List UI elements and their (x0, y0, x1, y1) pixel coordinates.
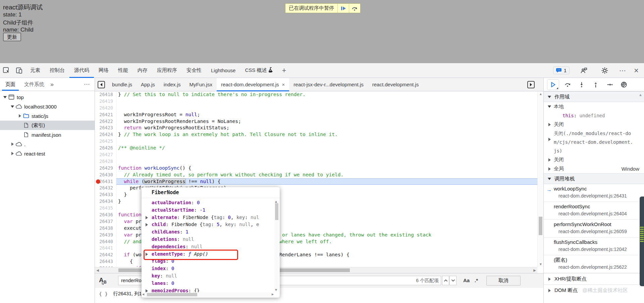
line-number[interactable]: 26432 (95, 185, 116, 191)
step-over-banner-icon[interactable] (349, 4, 360, 13)
chevron-right-icon[interactable] (10, 152, 15, 155)
line-number[interactable]: 26435 (95, 205, 116, 212)
code-line[interactable]: 26423 return workInProgressRootExitStatu… (95, 125, 537, 131)
code-line-current[interactable]: 26431 while (workInProgress !== null) { (95, 178, 537, 185)
deactivate-breakpoints-button[interactable] (618, 80, 630, 90)
expand-icon[interactable] (146, 223, 148, 226)
code-line[interactable]: 26426/** @noinline */ (95, 145, 537, 152)
chevron-down-icon[interactable] (547, 105, 552, 108)
popup-property-actualDuration[interactable]: actualDuration: 0 (142, 199, 271, 207)
code-line[interactable]: 26425 (95, 138, 537, 145)
settings-gear-icon[interactable] (601, 67, 608, 74)
callstack-frame-performSyncWorkOnRoot[interactable]: performSyncWorkOnRootreact-dom.developme… (544, 220, 644, 237)
line-number[interactable]: 26418 (95, 91, 116, 98)
more-options-icon[interactable]: ⋯ (619, 67, 626, 74)
expand-icon[interactable] (146, 216, 148, 219)
line-number[interactable]: 26424 (95, 131, 116, 138)
popup-property-child[interactable]: child: FiberNode {tag: 5, key: null, e (142, 221, 271, 228)
devtools-tab-元素[interactable]: 元素 (25, 63, 45, 78)
toggle-navigator-icon[interactable] (98, 81, 105, 88)
line-number[interactable]: 26442 (95, 252, 116, 258)
popup-property-alternate[interactable]: alternate: FiberNode {tag: 0, key: nul (142, 214, 271, 221)
tree-item-.[interactable]: . (0, 139, 95, 149)
line-number[interactable]: 26419 (95, 98, 116, 105)
editor-tab-react-jsx-dev-r...development.js[interactable]: react-jsx-dev-r...development.js (289, 78, 368, 91)
devtools-tab-CSS 概述[interactable]: CSS 概述 (240, 63, 278, 78)
issues-badge[interactable]: 1 (553, 67, 570, 74)
tree-item-localhost:3000[interactable]: localhost:3000 (0, 102, 95, 111)
line-number[interactable]: 26421 (95, 112, 116, 118)
chevron-down-icon[interactable] (3, 96, 7, 98)
devtools-tab-内存[interactable]: 内存 (133, 63, 152, 78)
navigator-tab-文件系统[interactable]: 文件系统 (21, 78, 48, 91)
line-number[interactable]: 26426 (95, 145, 116, 152)
tree-item-top[interactable]: top (0, 92, 95, 102)
popup-property-key[interactable]: key: null (142, 272, 271, 280)
line-number[interactable]: 26436 (95, 212, 116, 218)
scope-item-2[interactable]: 关闭(./node_modules/react-dom/cjs/react-do… (544, 129, 644, 155)
line-number[interactable]: 26429 (95, 165, 116, 172)
devtools-tab-控制台[interactable]: 控制台 (45, 63, 69, 78)
search-previous-button[interactable] (442, 276, 449, 285)
step-button[interactable] (604, 80, 615, 90)
update-button[interactable]: 更新 (3, 33, 21, 41)
close-tab-icon[interactable]: × (282, 82, 285, 87)
chevron-right-icon[interactable] (10, 142, 15, 146)
line-number[interactable]: 26437 (95, 218, 116, 225)
code-line[interactable]: 26420 (95, 105, 537, 112)
scope-section-header[interactable]: 作用域 (544, 91, 644, 102)
xhr-breakpoints-section[interactable]: XHR/提取断点 (544, 273, 644, 285)
tree-item-react-test[interactable]: react-test (0, 149, 95, 158)
code-line[interactable]: 26418} // Set this to null to indicate t… (95, 91, 537, 98)
resume-script-icon[interactable] (337, 4, 349, 13)
line-number[interactable]: 26422 (95, 118, 116, 125)
regex-button[interactable]: .* (475, 277, 478, 283)
popup-property-childLanes[interactable]: childLanes: 1 (142, 228, 271, 236)
panel-scroll-up-icon[interactable]: ▲ (639, 93, 642, 97)
code-line[interactable]: 26419 (95, 98, 537, 105)
step-over-button[interactable] (562, 80, 573, 90)
devtools-tab-Lighthouse[interactable]: Lighthouse (206, 63, 240, 78)
line-number[interactable]: 26428 (95, 158, 116, 165)
chevron-right-icon[interactable] (547, 167, 552, 171)
dom-breakpoints-section[interactable]: DOM 断点 @稀土掘金技术社区 (544, 285, 644, 296)
show-quick-source-icon[interactable] (527, 81, 535, 88)
navigator-more-tabs-icon[interactable]: » (48, 81, 56, 88)
line-number[interactable]: 26427 (95, 152, 116, 158)
tree-item-manifest.json[interactable]: manifest.json (0, 130, 95, 139)
scope-binding[interactable]: this: undefined (544, 111, 644, 120)
scope-item-0[interactable]: 本地 (544, 102, 644, 111)
code-line[interactable]: 26427 (95, 152, 537, 158)
editor-tab-index.js[interactable]: index.js (159, 78, 185, 91)
chevron-right-icon[interactable] (547, 129, 552, 141)
editor-tab-react.development.js[interactable]: react.development.js (368, 78, 423, 91)
scroll-left-icon[interactable]: ◀ (95, 267, 100, 273)
tree-item-(索引)[interactable]: (索引) (0, 121, 95, 130)
line-number[interactable]: 26431 (95, 178, 116, 185)
popup-vertical-scrollbar[interactable]: ▲ ▼ (274, 200, 279, 292)
devtools-tab-网络[interactable]: 网络 (94, 63, 113, 78)
code-line[interactable]: 26421 workInProgressRoot = null; (95, 112, 537, 118)
callstack-frame-(匿名)[interactable]: (匿名)react-dom.development.js:25622 (544, 255, 644, 273)
line-number[interactable]: 26439 (95, 232, 116, 239)
chevron-right-icon[interactable] (547, 158, 552, 162)
popup-property-actualStartTime[interactable]: actualStartTime: -1 (142, 207, 271, 214)
navigator-tab-页面[interactable]: 页面 (2, 78, 19, 91)
line-number[interactable]: 26433 (95, 191, 116, 198)
devtools-tab-安全性[interactable]: 安全性 (182, 63, 206, 78)
devtools-tab-应用程序[interactable]: 应用程序 (152, 63, 182, 78)
line-number[interactable]: 26441 (95, 245, 116, 252)
breakpoint-dot[interactable] (96, 179, 100, 184)
callstack-frame-workLoopSync[interactable]: →workLoopSyncreact-dom.development.js:26… (544, 184, 644, 202)
step-into-button[interactable] (576, 80, 587, 90)
popup-property-deletions[interactable]: deletions: null (142, 236, 271, 243)
device-toolbar-icon[interactable] (15, 67, 23, 74)
line-number[interactable]: 26420 (95, 105, 116, 112)
cancel-search-button[interactable]: 取消 (486, 276, 521, 286)
line-number[interactable]: 26430 (95, 172, 116, 178)
line-number[interactable]: 26438 (95, 225, 116, 232)
line-number[interactable]: 26425 (95, 138, 116, 145)
editor-tab-MyFun.jsx[interactable]: MyFun.jsx (185, 78, 217, 91)
code-line[interactable]: 26430 // Already timed out, so perform w… (95, 172, 537, 178)
line-number[interactable]: 26443 (95, 258, 116, 265)
